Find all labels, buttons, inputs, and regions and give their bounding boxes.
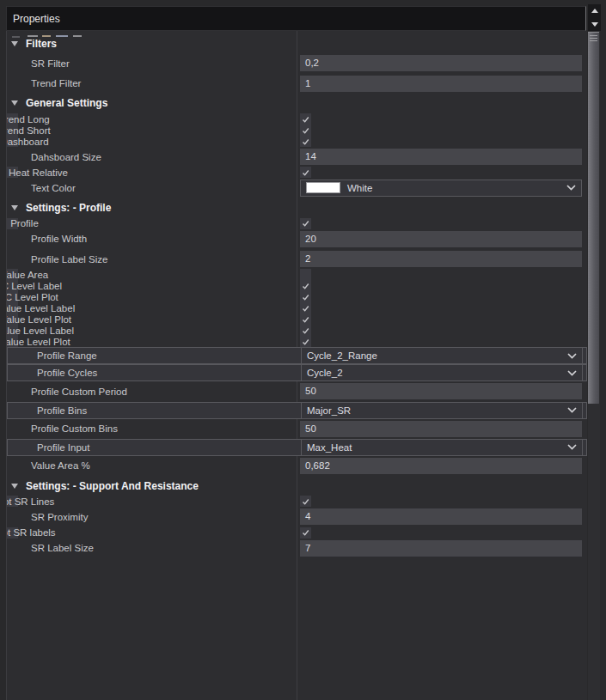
triangle-up-icon (591, 9, 598, 13)
clipped-triangle-icon (12, 36, 20, 38)
cycle-heat-relative-checkbox[interactable] (300, 167, 311, 178)
sr-filter-input[interactable]: 0,2 (300, 55, 582, 71)
section-label: Settings: - Support And Resistance (26, 480, 199, 492)
property-value-cell (300, 269, 582, 280)
property-row-low-value-level-plot: Low Value Level Plot (7, 336, 18, 347)
property-row-value-area: Value Area %0,682 (7, 456, 587, 476)
property-label: Low Value Level Label (6, 326, 74, 336)
properties-content: FiltersSR Filter0,2Trend Filter1General … (6, 31, 587, 700)
property-row-poc-level-plot: POC Level Plot (7, 291, 18, 302)
dropdown-selected-value: White (347, 183, 372, 193)
property-value-cell: Major_SR (301, 403, 583, 418)
profile-cycles-dropdown[interactable]: Cycle_2 (301, 364, 583, 381)
property-value-cell: 0,2 (300, 53, 582, 73)
scroll-button-strip (588, 4, 601, 31)
property-row-dahsboard-size: Dahsboard Size14 (7, 147, 587, 167)
property-value-cell (300, 167, 582, 178)
property-value-cell (300, 291, 582, 302)
profile-custom-period-input[interactable]: 50 (300, 383, 582, 399)
properties-panel: Properties FiltersSR Filter0,2Trend Filt… (0, 0, 606, 700)
section-header-general-settings[interactable]: General Settings (7, 94, 587, 113)
dashboard-checkbox[interactable] (300, 136, 311, 147)
property-label: SR Filter (31, 58, 70, 69)
property-label: POC Level Plot (6, 292, 58, 302)
property-value-cell (300, 313, 582, 325)
trend-filter-input[interactable]: 1 (300, 76, 582, 92)
property-row-profile-width: Profile Width20 (7, 229, 587, 249)
dahsboard-size-input[interactable]: 14 (300, 149, 582, 165)
property-label: Trend Short (6, 125, 51, 136)
property-label: Profile Width (31, 234, 87, 244)
property-label: High Value Level Plot (6, 314, 71, 325)
sr-label-size-input[interactable]: 7 (300, 540, 582, 557)
property-value-cell (300, 527, 582, 539)
scrollbar-grip-icon (590, 35, 597, 42)
property-label: Profile Bins (37, 405, 87, 416)
sr-proximity-input[interactable]: 4 (300, 508, 582, 525)
profile-width-input[interactable]: 20 (300, 231, 582, 247)
property-label: Trend Filter (31, 78, 81, 88)
property-row-high-value-level-label: High Value Level Label (7, 302, 18, 313)
profile-bins-dropdown[interactable]: Major_SR (301, 402, 583, 419)
scroll-down-button[interactable] (588, 18, 601, 32)
property-label: Trend Long (6, 114, 50, 125)
property-label: Profile (10, 218, 39, 228)
property-label: Profile Input (37, 442, 89, 453)
dropdown-selected-value: Cycle_2_Range (307, 350, 377, 361)
property-row-cycle-heat-relative: Cycle Heat Relative (7, 167, 18, 178)
property-row-plot-sr-labels: Plot SR labels (7, 527, 18, 539)
clipped-text-fragment (73, 35, 82, 37)
triangle-down-icon[interactable] (11, 100, 18, 106)
property-row-profile-range: Profile RangeCycle_2_Range (7, 347, 587, 364)
profile-label-size-input[interactable]: 2 (300, 251, 582, 267)
property-value-cell (300, 125, 582, 136)
property-value-cell (300, 218, 582, 229)
property-row-profile-cycles: Profile CyclesCycle_2 (7, 364, 587, 381)
property-value-cell (300, 325, 582, 336)
property-row-text-color: Text ColorWhite (7, 178, 587, 198)
property-label: Profile Range (37, 350, 97, 361)
property-value-cell: 1 (300, 74, 582, 94)
plot-sr-labels-checkbox[interactable] (300, 527, 311, 539)
property-label: Value Area % (31, 460, 90, 471)
dropdown-selected-value: Major_SR (307, 405, 351, 416)
property-row-sr-label-size: SR Label Size7 (7, 539, 587, 558)
profile-range-dropdown[interactable]: Cycle_2_Range (301, 347, 583, 364)
profile-checkbox[interactable] (300, 218, 311, 229)
profile-input-dropdown[interactable]: Max_Heat (301, 439, 583, 456)
chevron-down-icon (567, 407, 577, 413)
value-area-input[interactable]: 0,682 (300, 458, 582, 474)
property-label: Text Color (31, 183, 76, 193)
panel-title: Properties (13, 13, 60, 25)
triangle-down-icon[interactable] (11, 41, 18, 46)
property-label: POC Level Label (6, 281, 62, 291)
scrollbar-thumb[interactable] (588, 32, 599, 404)
property-value-cell (300, 496, 582, 507)
section-header-settings-support-and-resistance[interactable]: Settings: - Support And Resistance (7, 476, 587, 496)
property-row-plot-sr-lines: Plot SR Lines (7, 496, 18, 507)
property-row-trend-short: Trend Short (7, 125, 18, 136)
property-label: Plot SR Lines (6, 496, 54, 507)
property-label: Low Value Level Plot (6, 337, 70, 347)
scroll-up-button[interactable] (588, 4, 601, 18)
section-label: General Settings (26, 97, 107, 109)
property-row-profile-input: Profile InputMax_Heat (7, 439, 587, 456)
property-value-cell (300, 302, 582, 313)
property-value-cell: White (300, 178, 582, 198)
property-value-cell (300, 280, 582, 291)
property-row-low-value-level-label: Low Value Level Label (7, 325, 18, 336)
clipped-text-fragment (28, 35, 38, 37)
chevron-down-icon (567, 353, 577, 359)
property-label: SR Proximity (31, 512, 88, 522)
triangle-down-icon[interactable] (11, 205, 18, 210)
plot-sr-lines-checkbox[interactable] (300, 496, 311, 507)
text-color-dropdown[interactable]: White (300, 180, 582, 197)
low-value-level-plot-checkbox[interactable] (300, 336, 311, 347)
section-header-settings-profile[interactable]: Settings: - Profile (7, 198, 587, 218)
triangle-down-icon[interactable] (11, 484, 18, 489)
property-value-cell (300, 336, 582, 347)
profile-custom-bins-input[interactable]: 50 (300, 421, 582, 437)
vertical-scrollbar[interactable] (588, 31, 600, 700)
property-value-cell: 14 (300, 147, 582, 167)
property-row-profile-label-size: Profile Label Size2 (7, 249, 587, 269)
